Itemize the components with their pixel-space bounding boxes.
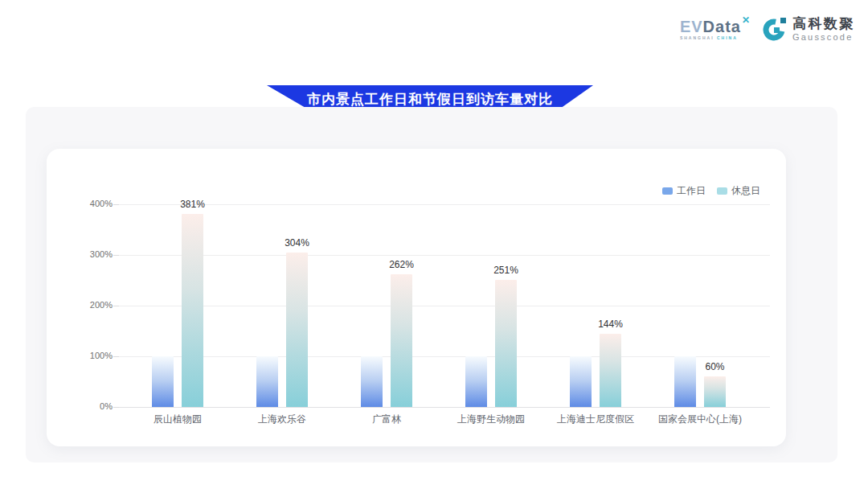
legend-label-workday: 工作日 [677,184,706,198]
y-axis-tick-300: 300% [61,249,113,259]
bar-restday [704,376,726,407]
gridline [119,356,770,357]
bar-value-label: 251% [493,265,518,276]
legend-label-restday: 休息日 [731,184,760,198]
legend-swatch-restday [717,187,727,195]
category-label: 上海野生动物园 [457,413,525,426]
plot-area: 381%304%262%251%144%60% [119,204,770,407]
evdata-subtext-shanghai: SHANGHAI [680,35,714,40]
legend-swatch-workday [662,187,673,195]
gausscode-icon [763,17,787,41]
gausscode-text: 高科数聚 Gausscode [792,16,855,42]
bar-value-label: 262% [389,259,414,270]
category-label: 上海欢乐谷 [258,413,306,426]
evdata-wordmark: EVData✕ [680,18,750,35]
gridline [119,204,770,205]
bar-restday [286,253,308,407]
header-logos: EVData✕ SHANGHAI CHINA 高科数聚 Gausscode [680,16,855,42]
category-label: 广富林 [372,413,401,426]
evdata-subtext: SHANGHAI CHINA [680,36,738,40]
gausscode-logo: 高科数聚 Gausscode [763,16,855,42]
bar-restday [600,334,621,407]
evdata-subtext-china: CHINA [717,35,738,40]
bar-value-label: 144% [598,318,623,330]
y-axis-tick-400: 400% [61,199,113,208]
bar-workday [674,356,696,407]
evdata-ev-text: EV [680,18,703,35]
bar-workday [152,356,174,407]
gausscode-cn-name: 高科数聚 [792,16,855,32]
bar-value-label: 304% [285,237,309,249]
chart-legend: 工作日 休息日 [662,184,760,198]
legend-item-workday[interactable]: 工作日 [662,184,706,198]
x-axis-line [119,407,770,408]
y-axis-tick-mark [113,306,119,306]
evdata-data-text: Data [703,18,741,35]
y-axis-tick-0: 0% [61,401,113,411]
evdata-x-icon: ✕ [742,14,751,26]
y-axis-tick-mark [113,255,119,256]
gridline [119,306,770,306]
legend-item-restday[interactable]: 休息日 [717,184,760,198]
bar-workday [570,356,592,407]
chart-card: 工作日 休息日 400% 300% 200% 100% 0% 381%304%2… [47,149,786,446]
bar-value-label: 60% [705,361,724,372]
bar-workday [361,356,383,407]
category-label: 上海迪士尼度假区 [557,413,634,426]
gausscode-en-name: Gausscode [792,32,855,43]
category-label: 国家会展中心(上海) [658,413,742,426]
bar-workday [465,356,487,407]
bar-restday [495,280,517,407]
y-axis-tick-mark [113,356,119,357]
bar-restday [391,274,412,407]
y-axis-tick-100: 100% [61,351,113,360]
y-axis-tick-mark [113,407,119,408]
y-axis-tick-200: 200% [61,300,113,310]
gridline [119,255,770,256]
category-label: 辰山植物园 [154,413,202,426]
bar-value-label: 381% [180,199,205,210]
bar-restday [182,214,203,407]
y-axis-tick-mark [113,204,119,205]
bar-workday [256,356,278,407]
evdata-logo: EVData✕ SHANGHAI CHINA [680,18,750,40]
